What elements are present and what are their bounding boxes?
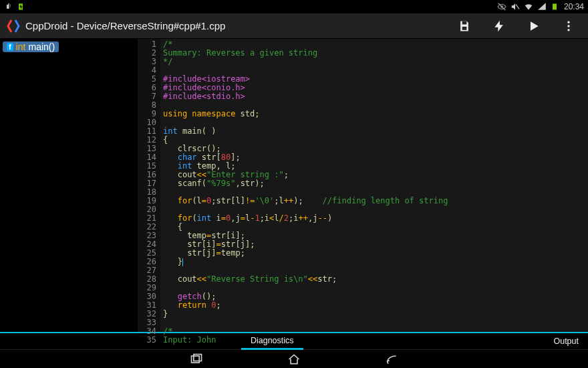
nav-home-button[interactable] (285, 352, 303, 367)
code-line[interactable]: } (163, 258, 588, 266)
svg-rect-5 (462, 26, 467, 29)
code-line[interactable]: cout<<"Reverse String is\n"<<str; (163, 275, 588, 284)
nav-recent-button[interactable] (188, 352, 205, 367)
wifi-icon (524, 2, 533, 11)
svg-point-6 (567, 21, 569, 23)
app-header: CppDroid - Device/ReverseString#cpp#1.cp… (0, 13, 588, 39)
code-line[interactable]: using namespace std; (163, 110, 588, 118)
line-number: 35 (138, 336, 156, 345)
code-editor[interactable]: 1234567891011121314151617181920212223242… (138, 39, 588, 332)
outline-sidebar: f int main() (0, 39, 138, 332)
code-line[interactable]: for(l=0;str[l]!='\0';l++); //finding len… (163, 197, 588, 205)
code-line[interactable]: return 0; (163, 301, 588, 310)
svg-line-2 (516, 5, 519, 9)
code-line[interactable] (163, 118, 588, 127)
function-badge-icon: f (7, 43, 13, 51)
app-title: CppDroid - Device/ReverseString#cpp#1.cp… (25, 20, 225, 31)
svg-point-8 (567, 29, 569, 31)
main-area: f int main() 123456789101112131415161718… (0, 39, 588, 332)
svg-rect-3 (553, 4, 557, 10)
code-line[interactable]: for(int i=0,j=l-1;i<l/2;i++,j--) (163, 214, 588, 223)
signal-icon (537, 2, 547, 11)
code-line[interactable]: int main( ) (163, 127, 588, 136)
svg-rect-4 (462, 21, 467, 24)
overflow-menu-button[interactable] (561, 19, 576, 33)
mute-icon (510, 2, 520, 11)
usb-icon (4, 2, 13, 11)
save-button[interactable] (457, 19, 472, 33)
outline-type: int (16, 41, 26, 52)
code-line[interactable] (163, 318, 588, 327)
code-line[interactable]: scanf("%79s",str); (163, 179, 588, 188)
status-time: 20:34 (564, 2, 584, 11)
battery-charging-icon (16, 2, 25, 11)
code-line[interactable]: } (163, 310, 588, 318)
eye-off-icon (497, 2, 506, 11)
app-logo-icon (5, 18, 21, 34)
run-button[interactable] (527, 19, 541, 33)
android-status-bar: 20:34 (0, 0, 588, 13)
svg-rect-9 (192, 356, 200, 363)
code-line[interactable]: { (163, 136, 588, 145)
code-line[interactable]: getch(); (163, 292, 588, 301)
svg-point-7 (567, 25, 569, 27)
line-number-gutter: 1234567891011121314151617181920212223242… (138, 39, 160, 332)
code-line[interactable]: */ (163, 58, 588, 66)
outline-function-item[interactable]: f int main() (3, 41, 59, 52)
code-line[interactable]: #include<stdio.h> (163, 92, 588, 101)
build-button[interactable] (492, 19, 506, 33)
outline-name: main() (28, 41, 55, 52)
svg-rect-10 (194, 354, 202, 361)
android-nav-bar (0, 349, 588, 368)
nav-back-button[interactable] (383, 352, 400, 367)
battery-icon (551, 2, 560, 11)
code-line[interactable] (163, 284, 588, 292)
code-line[interactable]: str[j]=temp; (163, 249, 588, 258)
code-line[interactable]: /* (163, 327, 588, 336)
code-line[interactable]: Input: John (163, 336, 588, 345)
code-column[interactable]: /*Summary: Reverses a given string*/#inc… (160, 39, 588, 332)
code-line[interactable]: Summary: Reverses a given string (163, 49, 588, 58)
